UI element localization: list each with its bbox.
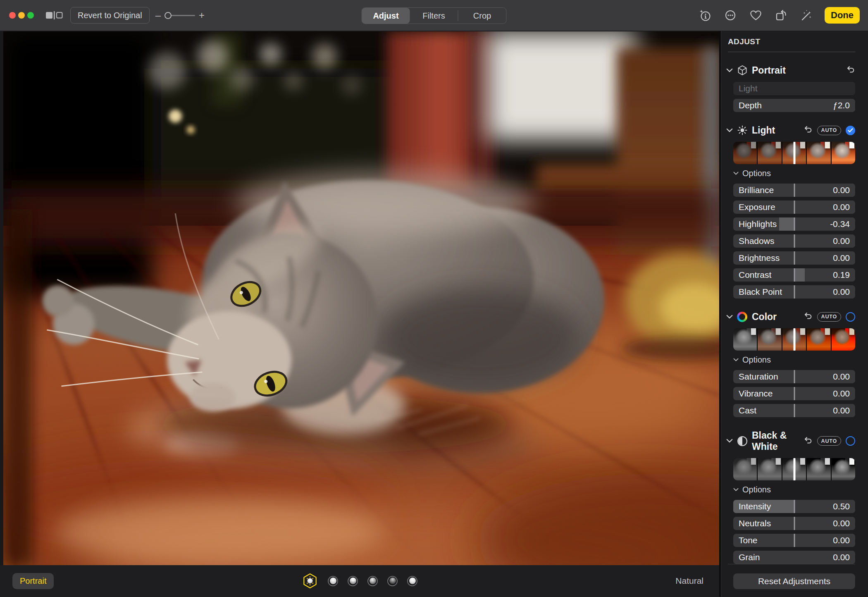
tab-adjust[interactable]: Adjust — [362, 8, 410, 24]
color-sliders: Saturation 0.00 Vibrance 0.00 Cast 0.00 — [733, 370, 855, 417]
bw-section-title: Black & White — [752, 430, 804, 452]
tab-crop[interactable]: Crop — [458, 8, 506, 24]
window-controls — [9, 12, 34, 19]
undo-icon[interactable] — [846, 65, 855, 76]
color-preview-thumb[interactable] — [807, 328, 830, 351]
bw-preview-thumb[interactable] — [733, 458, 757, 480]
strip-current-indicator[interactable] — [793, 142, 795, 164]
undo-icon[interactable] — [804, 436, 813, 447]
zoom-slider-knob[interactable] — [165, 12, 172, 19]
reset-adjustments-button[interactable]: Reset Adjustments — [733, 573, 855, 589]
lighting-stage-icon[interactable] — [367, 576, 378, 586]
auto-enhance-wand-icon[interactable] — [799, 9, 813, 22]
portrait-rows: Light Depth ƒ2.0 — [733, 82, 855, 112]
lighting-stage-mono-icon[interactable] — [387, 576, 398, 586]
undo-icon[interactable] — [804, 125, 813, 136]
light-enabled-checkbox[interactable] — [846, 126, 855, 135]
light-preview-thumb[interactable] — [758, 142, 781, 164]
rotate-icon[interactable] — [774, 9, 787, 22]
compare-original-icon[interactable] — [45, 11, 63, 20]
light-auto-button[interactable]: AUTO — [817, 126, 841, 135]
slider-cast[interactable]: Cast 0.00 — [733, 404, 855, 417]
slider-tone[interactable]: Tone 0.00 — [733, 534, 855, 547]
lighting-studio-icon[interactable] — [328, 576, 338, 586]
bw-preview-strip[interactable] — [733, 458, 855, 480]
slider-brightness[interactable]: Brightness 0.00 — [733, 251, 855, 265]
portrait-lighting-picker — [302, 573, 417, 589]
strip-current-indicator[interactable] — [793, 458, 795, 480]
undo-icon[interactable] — [804, 311, 813, 322]
selected-effect-label: Natural — [675, 576, 703, 586]
chevron-down-icon[interactable] — [726, 68, 733, 73]
color-wheel-icon — [737, 312, 748, 322]
light-options-toggle[interactable]: Options — [733, 169, 855, 178]
color-section-title: Color — [752, 311, 777, 322]
photos-edit-window: Revert to Original – + Adjust Filters Cr… — [0, 0, 868, 597]
info-sparkle-icon[interactable] — [699, 9, 712, 22]
light-preview-strip[interactable] — [733, 142, 855, 164]
zoom-slider-track[interactable] — [171, 15, 195, 16]
bw-sliders: Intensity 0.50 Neutrals 0.00 Tone 0.00 G… — [733, 500, 855, 564]
slider-contrast[interactable]: Contrast 0.19 — [733, 268, 855, 282]
slider-neutrals[interactable]: Neutrals 0.00 — [733, 517, 855, 530]
light-preview-thumb[interactable] — [832, 142, 855, 164]
bw-preview-thumb[interactable] — [832, 458, 855, 480]
bottom-bar: Portrait — [0, 565, 719, 597]
bw-section-header: Black & White AUTO — [726, 430, 855, 452]
light-preview-thumb[interactable] — [807, 142, 830, 164]
slider-brilliance[interactable]: Brilliance 0.00 — [733, 184, 855, 197]
slider-vibrance[interactable]: Vibrance 0.00 — [733, 387, 855, 400]
bw-auto-button[interactable]: AUTO — [817, 436, 841, 446]
chevron-down-icon[interactable] — [726, 438, 733, 444]
slider-exposure[interactable]: Exposure 0.00 — [733, 201, 855, 214]
strip-current-indicator[interactable] — [793, 328, 795, 351]
color-enabled-checkbox[interactable] — [846, 312, 855, 322]
zoom-in-icon[interactable]: + — [199, 10, 205, 20]
light-sliders: Brilliance 0.00 Exposure 0.00 Highlights… — [733, 184, 855, 298]
lighting-contour-icon[interactable] — [348, 576, 358, 586]
slider-black-point[interactable]: Black Point 0.00 — [733, 285, 855, 298]
close-window-button[interactable] — [9, 12, 16, 19]
color-auto-button[interactable]: AUTO — [817, 312, 841, 322]
color-preview-thumb[interactable] — [758, 328, 781, 351]
portrait-section-header: Portrait — [726, 65, 855, 76]
divider — [728, 564, 855, 564]
color-options-toggle[interactable]: Options — [733, 355, 855, 365]
portrait-effect-badge[interactable]: Portrait — [12, 573, 54, 589]
done-button[interactable]: Done — [825, 7, 860, 24]
chevron-down-icon[interactable] — [726, 128, 733, 133]
slider-intensity[interactable]: Intensity 0.50 — [733, 500, 855, 513]
portrait-light-row[interactable]: Light — [733, 82, 855, 95]
slider-highlights[interactable]: Highlights -0.34 — [733, 217, 855, 231]
bw-preview-thumb[interactable] — [807, 458, 830, 480]
more-options-icon[interactable] — [724, 9, 737, 22]
bw-enabled-checkbox[interactable] — [846, 436, 855, 446]
color-preview-thumb[interactable] — [733, 328, 757, 351]
revert-to-original-button[interactable]: Revert to Original — [70, 7, 150, 24]
light-section-title: Light — [752, 125, 775, 136]
lighting-natural-icon[interactable] — [302, 573, 318, 589]
slider-saturation[interactable]: Saturation 0.00 — [733, 370, 855, 383]
portrait-cube-icon — [737, 65, 748, 76]
portrait-depth-row[interactable]: Depth ƒ2.0 — [733, 99, 855, 112]
zoom-out-icon[interactable]: – — [155, 10, 161, 20]
edit-mode-tabs: Adjust Filters Crop — [362, 7, 507, 24]
light-preview-thumb[interactable] — [733, 142, 757, 164]
chevron-down-icon[interactable] — [726, 314, 733, 320]
color-preview-thumb[interactable] — [832, 328, 855, 351]
bw-preview-thumb[interactable] — [758, 458, 781, 480]
zoom-control: – + — [155, 10, 205, 20]
slider-grain[interactable]: Grain 0.00 — [733, 551, 855, 564]
favorite-heart-icon[interactable] — [749, 9, 762, 22]
slider-shadows[interactable]: Shadows 0.00 — [733, 234, 855, 248]
adjust-sidebar: ADJUST Portrait — [719, 31, 868, 597]
tab-filters[interactable]: Filters — [410, 8, 458, 24]
lighting-highkey-mono-icon[interactable] — [407, 576, 417, 586]
color-preview-strip[interactable] — [733, 328, 855, 351]
portrait-section-title: Portrait — [752, 65, 786, 76]
fullscreen-window-button[interactable] — [27, 12, 34, 19]
bw-options-toggle[interactable]: Options — [733, 485, 855, 494]
depth-value: ƒ2.0 — [833, 100, 850, 110]
color-section-header: Color AUTO — [726, 311, 855, 322]
minimize-window-button[interactable] — [18, 12, 25, 19]
